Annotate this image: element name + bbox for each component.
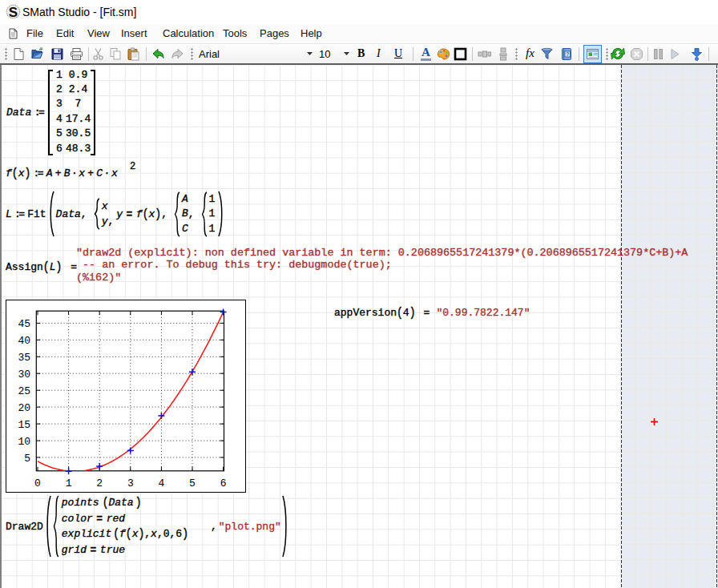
svg-text:15: 15 bbox=[18, 419, 30, 431]
svg-text:6: 6 bbox=[220, 477, 227, 489]
svg-text:45: 45 bbox=[18, 318, 30, 330]
svg-text:5: 5 bbox=[189, 477, 196, 489]
svg-text:20: 20 bbox=[18, 402, 30, 414]
svg-text:5: 5 bbox=[24, 453, 30, 465]
svg-text:30: 30 bbox=[18, 369, 30, 381]
svg-text:4: 4 bbox=[158, 477, 164, 489]
svg-text:35: 35 bbox=[18, 352, 30, 364]
svg-text:S: S bbox=[9, 5, 18, 19]
svg-text:40: 40 bbox=[18, 335, 30, 347]
svg-text:0: 0 bbox=[34, 477, 41, 489]
svg-text:3: 3 bbox=[127, 477, 134, 489]
svg-text:10: 10 bbox=[18, 436, 30, 448]
svg-text:25: 25 bbox=[18, 385, 30, 397]
svg-text:2: 2 bbox=[96, 477, 103, 489]
svg-text:1: 1 bbox=[66, 477, 72, 489]
svg-text:?: ? bbox=[566, 51, 569, 57]
